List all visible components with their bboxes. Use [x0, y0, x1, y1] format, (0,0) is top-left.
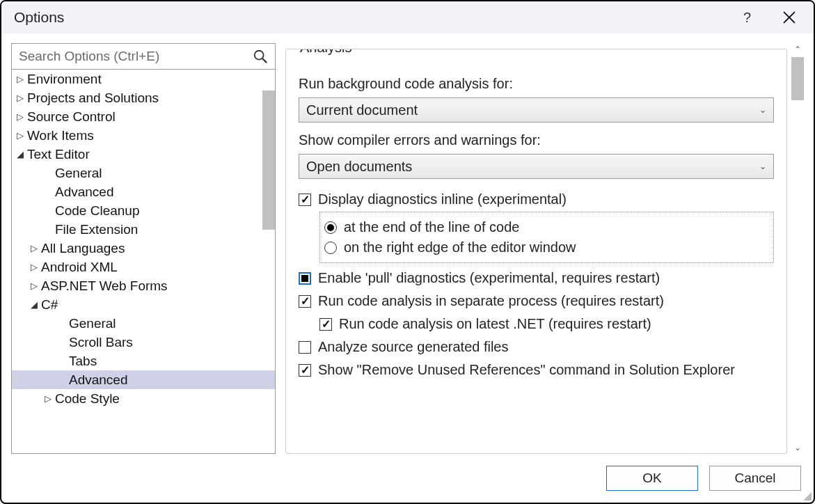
errors-dropdown[interactable]: Open documents ⌄ — [299, 154, 774, 179]
tree-item[interactable]: ▷ASP.NET Web Forms — [12, 276, 275, 295]
latest-net-checkbox[interactable] — [319, 318, 332, 331]
tree-item-label: All Languages — [41, 241, 125, 256]
expanded-arrow-icon[interactable]: ◢ — [30, 299, 38, 310]
dialog-title: Options — [14, 9, 743, 26]
tree-item[interactable]: ▷Work Items — [12, 126, 275, 145]
tree-item[interactable]: ◢Text Editor — [12, 145, 275, 164]
collapsed-arrow-icon[interactable]: ▷ — [16, 130, 24, 141]
tree-item[interactable]: Tabs — [12, 352, 275, 370]
panel-scrollbar[interactable]: ⌃ ⌄ — [791, 43, 804, 454]
bg-analysis-label: Run background code analysis for: — [299, 76, 774, 92]
collapsed-arrow-icon[interactable]: ▷ — [30, 243, 38, 253]
tree-item-label: Scroll Bars — [69, 335, 133, 350]
analyze-gen-label: Analyze source generated files — [318, 339, 509, 355]
collapsed-arrow-icon[interactable]: ▷ — [30, 262, 38, 272]
sep-proc-label: Run code analysis in separate process (r… — [318, 293, 664, 309]
errors-value: Open documents — [306, 159, 412, 175]
tree-item[interactable]: ▷Source Control — [12, 107, 275, 126]
tree-item-label: Work Items — [27, 128, 94, 143]
pull-diag-checkbox[interactable] — [299, 272, 311, 285]
collapsed-arrow-icon[interactable]: ▷ — [16, 93, 24, 103]
resize-grip[interactable] — [802, 491, 812, 501]
bg-analysis-value: Current document — [306, 102, 418, 118]
chevron-down-icon: ⌄ — [759, 162, 766, 171]
tree-item[interactable]: ◢C# — [12, 295, 275, 314]
sep-proc-checkbox[interactable] — [299, 295, 311, 308]
tree-item[interactable]: General — [12, 164, 275, 182]
tree-item[interactable]: Advanced — [12, 370, 275, 389]
tree-item[interactable]: Scroll Bars — [12, 333, 275, 352]
panel-scrollbar-thumb[interactable] — [791, 57, 804, 100]
options-tree[interactable]: ▷Environment▷Projects and Solutions▷Sour… — [11, 70, 276, 454]
radio-edge-label: on the right edge of the editor window — [344, 239, 576, 255]
latest-net-label: Run code analysis on latest .NET (requir… — [339, 316, 651, 332]
tree-item[interactable]: ▷Projects and Solutions — [12, 88, 275, 107]
analysis-panel: Analysis Run background code analysis fo… — [285, 49, 787, 454]
tree-item-label: Android XML — [41, 260, 118, 275]
tree-scrollbar-thumb[interactable] — [262, 90, 275, 230]
bg-analysis-dropdown[interactable]: Current document ⌄ — [299, 97, 774, 123]
errors-label: Show compiler errors and warnings for: — [299, 132, 774, 148]
ok-button[interactable]: OK — [606, 466, 698, 491]
tree-item[interactable]: Advanced — [12, 182, 275, 201]
svg-point-2 — [255, 51, 264, 60]
tree-item-label: Code Cleanup — [55, 203, 139, 219]
radio-end-label: at the end of the line of code — [344, 219, 519, 235]
tree-item-label: Projects and Solutions — [27, 90, 159, 106]
tree-item-label: Code Style — [55, 391, 120, 407]
tree-item-label: ASP.NET Web Forms — [41, 278, 168, 294]
diag-inline-checkbox[interactable] — [299, 194, 311, 206]
expanded-arrow-icon[interactable]: ◢ — [16, 149, 24, 159]
tree-item[interactable]: ▷Android XML — [12, 258, 275, 276]
tree-item-label: Advanced — [55, 184, 114, 200]
tree-item-label: Environment — [27, 72, 102, 87]
close-icon — [783, 11, 796, 24]
svg-line-3 — [262, 58, 267, 63]
tree-item-label: General — [69, 316, 116, 331]
search-icon — [253, 49, 268, 64]
panel-legend: Analysis — [296, 49, 356, 56]
tree-item[interactable]: General — [12, 314, 275, 333]
diag-inline-label: Display diagnostics inline (experimental… — [318, 191, 567, 207]
cancel-button[interactable]: Cancel — [709, 466, 801, 491]
collapsed-arrow-icon[interactable]: ▷ — [44, 393, 52, 404]
scroll-down-icon[interactable]: ⌄ — [791, 441, 804, 454]
help-button[interactable]: ? — [743, 10, 751, 26]
pull-diag-label: Enable 'pull' diagnostics (experimental,… — [318, 270, 660, 286]
radio-end-of-line[interactable] — [324, 221, 337, 234]
tree-item[interactable]: File Extension — [12, 220, 275, 239]
search-box[interactable] — [11, 43, 276, 70]
scroll-up-icon[interactable]: ⌃ — [791, 43, 804, 56]
tree-item[interactable]: Code Cleanup — [12, 201, 275, 220]
tree-item-label: Tabs — [69, 354, 97, 369]
tree-item[interactable]: ▷All Languages — [12, 239, 275, 258]
remove-unused-checkbox[interactable] — [299, 364, 311, 377]
search-input[interactable] — [19, 49, 253, 64]
tree-item-label: C# — [41, 297, 58, 313]
tree-item-label: Source Control — [27, 109, 116, 125]
tree-item-label: General — [55, 166, 102, 181]
chevron-down-icon: ⌄ — [759, 105, 766, 115]
tree-item[interactable]: ▷Environment — [12, 70, 275, 88]
tree-item-label: Text Editor — [27, 147, 90, 162]
tree-item[interactable]: ▷Code Style — [12, 389, 275, 408]
remove-unused-label: Show "Remove Unused References" command … — [318, 362, 735, 378]
close-button[interactable] — [779, 7, 800, 28]
diag-position-radiogroup: at the end of the line of code on the ri… — [319, 212, 774, 263]
radio-right-edge[interactable] — [324, 242, 337, 254]
tree-item-label: File Extension — [55, 222, 138, 237]
collapsed-arrow-icon[interactable]: ▷ — [16, 111, 24, 122]
titlebar: Options ? — [1, 1, 814, 33]
analyze-gen-checkbox[interactable] — [299, 341, 311, 354]
tree-item-label: Advanced — [69, 372, 128, 388]
collapsed-arrow-icon[interactable]: ▷ — [30, 281, 38, 291]
collapsed-arrow-icon[interactable]: ▷ — [16, 74, 24, 84]
